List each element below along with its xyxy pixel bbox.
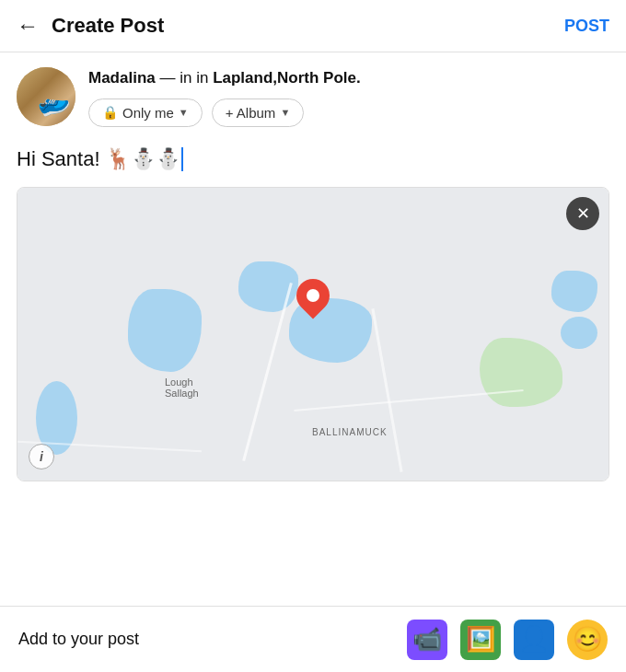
user-separator: — in bbox=[159, 69, 196, 87]
emoji-icon: 😊 bbox=[573, 625, 602, 654]
add-emoji-button[interactable]: 😊 bbox=[567, 620, 608, 660]
header: ← Create Post POST bbox=[0, 0, 626, 52]
close-icon: ✕ bbox=[576, 205, 590, 222]
controls-row: 🔒 Only me ▼ + Album ▼ bbox=[88, 98, 361, 127]
tag-people-button[interactable]: 👤 bbox=[514, 620, 554, 660]
privacy-label: Only me bbox=[122, 105, 174, 121]
page-title: Create Post bbox=[52, 14, 164, 38]
add-photo-button[interactable]: 🖼️ bbox=[460, 620, 501, 660]
green-area bbox=[480, 338, 562, 407]
text-cursor bbox=[181, 147, 183, 171]
water-body-1 bbox=[128, 289, 202, 372]
water-body-5 bbox=[551, 271, 597, 312]
map-info-button[interactable]: i bbox=[29, 444, 54, 469]
tag-icon: 👤 bbox=[519, 625, 549, 654]
video-icon: 📹 bbox=[412, 625, 442, 654]
pin-inner bbox=[304, 286, 322, 305]
bottom-icons: 📹 🖼️ 👤 😊 bbox=[407, 620, 608, 660]
photo-icon: 🖼️ bbox=[466, 625, 495, 654]
add-to-post-label: Add to your post bbox=[18, 630, 139, 649]
privacy-button[interactable]: 🔒 Only me ▼ bbox=[88, 98, 203, 127]
album-chevron-icon: ▼ bbox=[280, 107, 290, 118]
avatar bbox=[17, 67, 75, 126]
add-video-button[interactable]: 📹 bbox=[407, 620, 447, 660]
post-text-content: Hi Santa! 🦌⛄⛄ bbox=[17, 145, 180, 174]
privacy-chevron-icon: ▼ bbox=[179, 107, 189, 118]
post-text-area[interactable]: Hi Santa! 🦌⛄⛄ bbox=[0, 136, 626, 187]
road-3 bbox=[294, 389, 523, 411]
water-body-6 bbox=[561, 317, 597, 349]
map-close-button[interactable]: ✕ bbox=[566, 197, 599, 230]
bottom-bar: Add to your post 📹 🖼️ 👤 😊 bbox=[0, 606, 626, 672]
avatar-image bbox=[17, 67, 75, 126]
map-container: LoughSallagh BALLINAMUCK i ✕ bbox=[17, 187, 609, 481]
album-button[interactable]: + Album ▼ bbox=[212, 98, 305, 127]
user-location: Lapland,North Pole. bbox=[213, 69, 361, 87]
road-2 bbox=[371, 308, 402, 472]
user-row: Madalina — in in Lapland,North Pole. 🔒 O… bbox=[0, 52, 626, 136]
user-name-line: Madalina — in in Lapland,North Pole. bbox=[88, 67, 361, 89]
map-background: LoughSallagh BALLINAMUCK i bbox=[17, 188, 609, 481]
album-label: + Album bbox=[226, 105, 276, 121]
lock-icon: 🔒 bbox=[102, 105, 118, 120]
back-button[interactable]: ← bbox=[17, 13, 39, 39]
location-label: BALLINAMUCK bbox=[312, 427, 388, 437]
map-pin bbox=[296, 279, 330, 319]
header-left: ← Create Post bbox=[17, 13, 164, 39]
post-button[interactable]: POST bbox=[564, 17, 609, 36]
user-name: Madalina bbox=[88, 69, 156, 87]
pin-circle bbox=[290, 272, 337, 319]
lough-label: LoughSallagh bbox=[165, 377, 199, 399]
user-info: Madalina — in in Lapland,North Pole. 🔒 O… bbox=[88, 67, 361, 127]
